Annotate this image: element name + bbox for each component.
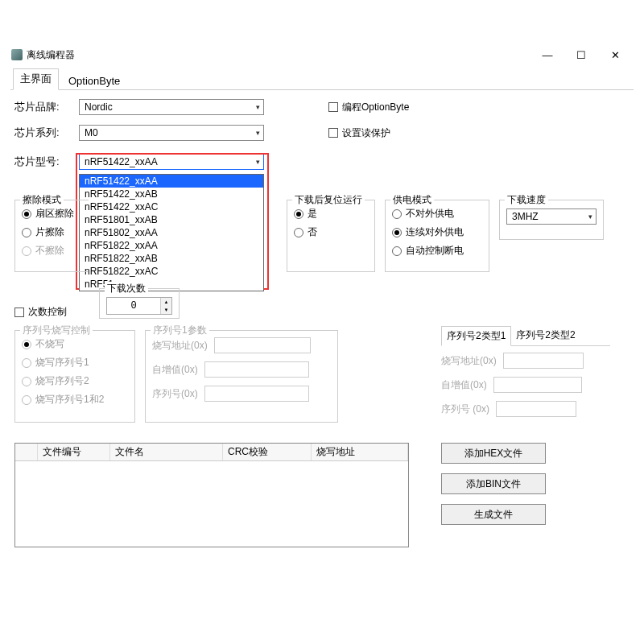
app-icon (11, 49, 23, 60)
speed-combo[interactable]: 3MHZ ▾ (506, 208, 597, 225)
serial1-params-group: 序列号1参数 烧写地址(0x) 自增值(0x) 序列号(0x) (145, 330, 338, 423)
serial2-group: 序列号2类型1 序列号2类型2 烧写地址(0x) 自增值(0x) 序列号 (0x… (441, 325, 610, 417)
serial-none-radio[interactable]: 不烧写 (22, 337, 128, 351)
serial1-num-label: 序列号(0x) (152, 387, 198, 401)
serial2-tab2[interactable]: 序列号2类型2 (511, 326, 580, 346)
chip-model-label: 芯片型号: (14, 155, 79, 169)
speed-value: 3MHZ (512, 211, 539, 222)
column-selector (15, 444, 38, 460)
tab-optionbyte[interactable]: OptionByte (62, 72, 126, 90)
chip-model-option[interactable]: nRF51822_xxAA (80, 239, 263, 252)
erase-sector-radio[interactable]: 扇区擦除 (22, 207, 82, 221)
chevron-down-icon: ▾ (256, 129, 260, 137)
serial2-inc-input[interactable] (493, 377, 582, 393)
chip-model-option[interactable]: nRF51422_xxAA (80, 175, 263, 188)
download-times-spin[interactable]: 0 ▲▼ (106, 297, 172, 315)
serial1-inc-input[interactable] (204, 361, 309, 378)
serial1-legend: 序列号1参数 (151, 324, 209, 337)
serial-s2-radio[interactable]: 烧写序列号2 (22, 374, 128, 388)
build-file-button[interactable]: 生成文件 (441, 504, 546, 525)
serial2-tab1[interactable]: 序列号2类型1 (441, 326, 511, 346)
reset-yes-radio[interactable]: 是 (294, 207, 368, 221)
chip-model-option[interactable]: nRF51822_xxAC (80, 265, 263, 278)
chip-model-option[interactable]: nRF51802_xxAA (80, 226, 263, 239)
power-mode-legend: 供电模式 (390, 193, 434, 207)
checkbox-icon (328, 128, 338, 138)
serial-s1-radio[interactable]: 烧写序列号1 (22, 356, 128, 369)
read-protect-checkbox[interactable]: 设置读保护 (328, 126, 390, 140)
serial2-inc-label: 自增值(0x) (441, 378, 487, 392)
program-optionbyte-checkbox[interactable]: 编程OptionByte (328, 101, 409, 114)
serial2-addr-label: 烧写地址(0x) (441, 354, 497, 368)
chip-brand-value: Nordic (85, 101, 113, 113)
minimize-button[interactable]: — (538, 47, 557, 62)
chip-series-label: 芯片系列: (14, 126, 79, 140)
serial-ctrl-legend: 序列号烧写控制 (20, 324, 93, 337)
client-area: 芯片品牌: Nordic ▾ 编程OptionByte 芯片系列: M0 ▾ 设… (14, 97, 630, 630)
col-crc: CRC校验 (223, 444, 312, 460)
tab-strip: 主界面 OptionByte (10, 71, 634, 90)
chip-series-value: M0 (85, 127, 98, 138)
chip-model-option[interactable]: nRF51801_xxAB (80, 213, 263, 226)
serial1-inc-label: 自增值(0x) (152, 363, 198, 377)
spin-down-icon[interactable]: ▼ (161, 306, 171, 314)
serial-both-radio[interactable]: 烧写序列号1和2 (22, 393, 128, 407)
reset-after-group: 下载后复位运行 是 否 (287, 200, 375, 272)
chip-model-option[interactable]: nRF51422_xxAB (80, 188, 263, 200)
tab-main[interactable]: 主界面 (13, 68, 59, 90)
erase-mode-group: 擦除模式 扇区擦除 片擦除 不擦除 (14, 200, 89, 272)
file-table[interactable]: 文件编号 文件名 CRC校验 烧写地址 (14, 443, 409, 547)
window-title: 离线编程器 (27, 48, 75, 62)
erase-chip-radio[interactable]: 片擦除 (22, 225, 82, 239)
chip-series-combo[interactable]: M0 ▾ (79, 125, 264, 141)
chip-brand-label: 芯片品牌: (14, 100, 79, 114)
power-mode-group: 供电模式 不对外供电 连续对外供电 自动控制断电 (385, 200, 489, 272)
download-times-group: 下载次数 0 ▲▼ (99, 288, 180, 319)
serial2-addr-input[interactable] (503, 353, 584, 369)
serial1-addr-label: 烧写地址(0x) (152, 339, 208, 353)
power-none-radio[interactable]: 不对外供电 (392, 207, 482, 221)
power-cont-radio[interactable]: 连续对外供电 (392, 225, 482, 239)
download-times-value: 0 (107, 298, 160, 314)
erase-mode-legend: 擦除模式 (20, 193, 64, 207)
close-button[interactable]: ✕ (605, 47, 625, 62)
chip-model-dropdown[interactable]: nRF51422_xxAA nRF51422_xxAB nRF51422_xxA… (79, 174, 264, 291)
power-auto-radio[interactable]: 自动控制断电 (392, 244, 482, 258)
serial-write-ctrl-group: 序列号烧写控制 不烧写 烧写序列号1 烧写序列号2 烧写序列号1和2 (14, 330, 135, 423)
maximize-button[interactable]: ☐ (572, 47, 591, 62)
add-hex-button[interactable]: 添加HEX文件 (441, 443, 546, 464)
chevron-down-icon: ▾ (588, 213, 592, 221)
checkbox-icon (14, 308, 24, 317)
serial2-num-input[interactable] (496, 401, 576, 417)
speed-group: 下载速度 3MHZ ▾ (499, 200, 604, 240)
count-enable-checkbox[interactable]: 次数控制 (14, 305, 67, 319)
reset-after-legend: 下载后复位运行 (292, 193, 365, 207)
spin-up-icon[interactable]: ▲ (161, 298, 171, 306)
col-file-id: 文件编号 (38, 444, 110, 460)
chip-brand-combo[interactable]: Nordic ▾ (79, 99, 264, 115)
serial2-num-label: 序列号 (0x) (441, 402, 489, 416)
chip-model-option[interactable]: nRF51422_xxAC (80, 200, 263, 213)
reset-no-radio[interactable]: 否 (294, 225, 368, 239)
serial1-num-input[interactable] (204, 386, 309, 402)
chevron-down-icon: ▾ (256, 103, 260, 111)
add-bin-button[interactable]: 添加BIN文件 (441, 473, 546, 494)
col-write-addr: 烧写地址 (312, 444, 408, 460)
title-bar: 离线编程器 — ☐ ✕ (11, 47, 633, 63)
checkbox-icon (328, 102, 338, 112)
speed-legend: 下载速度 (505, 193, 548, 207)
table-header: 文件编号 文件名 CRC校验 烧写地址 (15, 444, 408, 461)
download-times-legend: 下载次数 (105, 282, 148, 295)
erase-none-radio[interactable]: 不擦除 (22, 244, 82, 258)
chip-model-option[interactable]: nRF51822_xxAB (80, 252, 263, 265)
col-file-name: 文件名 (110, 444, 223, 460)
serial1-addr-input[interactable] (214, 337, 311, 353)
